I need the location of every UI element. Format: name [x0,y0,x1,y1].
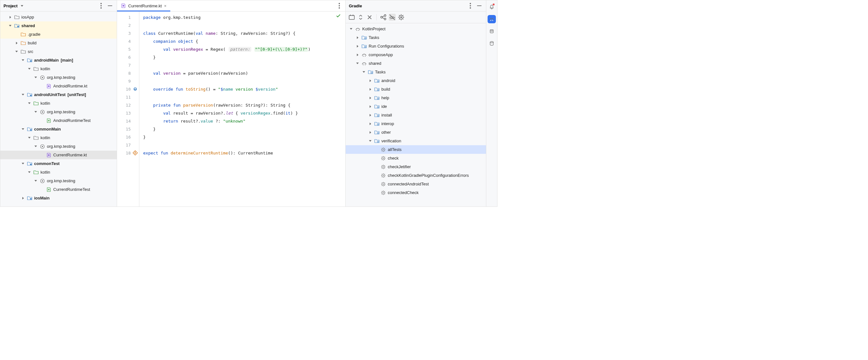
collapse-icon[interactable] [27,171,32,173]
reload-projects-button[interactable] [348,14,355,21]
tree-item[interactable]: kotlin [0,99,117,108]
tree-item[interactable]: iosApp [0,13,117,21]
tree-item[interactable]: other [346,128,486,137]
gradle-tree[interactable]: KotlinProjectTasksRun Configurationscomp… [346,23,486,206]
collapse-icon[interactable] [27,137,32,139]
editor-gutter[interactable]: 123456789101112131415161718 [117,11,140,206]
tree-item[interactable]: verification [346,137,486,145]
code-line[interactable]: companion object { [143,37,345,45]
expand-icon[interactable] [8,16,12,19]
actual-gutter-icon[interactable] [133,150,138,156]
notifications-button[interactable] [488,3,496,11]
expand-icon[interactable] [368,131,372,134]
code-line[interactable] [143,93,345,101]
collapse-icon[interactable] [21,94,25,95]
code-line[interactable] [143,77,345,85]
tree-item[interactable]: allTests [346,145,486,154]
gutter-line[interactable]: 5 [117,45,139,53]
gutter-line[interactable]: 17 [117,141,139,149]
gutter-line[interactable]: 6 [117,53,139,61]
project-tree[interactable]: iosAppshared.gradlebuildsrcandroidMain [… [0,11,117,206]
gutter-line[interactable]: 10 [117,85,139,93]
tree-item[interactable]: build [0,38,117,47]
tree-item[interactable]: shared [346,59,486,68]
tree-item[interactable]: checkJetifier [346,162,486,171]
code-line[interactable]: val versionRegex = Regex( pattern: "^[0-… [143,45,345,53]
gradle-settings-button[interactable] [398,14,405,21]
tree-item[interactable]: androidUnitTest [unitTest] [0,90,117,99]
editor-code[interactable]: package org.kmp.testingclass CurrentRunt… [140,11,345,206]
ai-assistant-stripe-button[interactable] [488,27,496,35]
collapse-icon[interactable] [362,71,366,73]
tree-item[interactable]: commonMain [0,125,117,133]
override-gutter-icon[interactable] [133,86,138,91]
tree-item[interactable]: check [346,154,486,162]
code-line[interactable]: override fun toString() = "$name version… [143,85,345,93]
collapse-icon[interactable] [33,145,38,147]
gutter-line[interactable]: 13 [117,109,139,117]
tree-item[interactable]: KotlinProject [346,25,486,33]
gutter-line[interactable]: 7 [117,61,139,69]
chevron-down-icon[interactable] [20,3,25,8]
tree-item[interactable]: kotlin [0,168,117,176]
expand-icon[interactable] [355,54,360,56]
expand-icon[interactable] [368,80,372,82]
tree-item[interactable]: connectedCheck [346,188,486,197]
gutter-line[interactable]: 9 [117,77,139,85]
code-line[interactable] [143,61,345,69]
expand-icon[interactable] [368,105,372,108]
tree-item[interactable]: commonTest [0,159,117,168]
gutter-line[interactable]: 18 [117,149,139,157]
tree-item[interactable]: composeApp [346,50,486,59]
tree-item[interactable]: AndroidRuntime.kt [0,82,117,90]
editor-tab[interactable]: CurrentRuntime.kt × [117,0,170,11]
collapse-icon[interactable] [21,59,25,61]
tree-item[interactable]: kotlin [0,133,117,142]
collapse-icon[interactable] [8,25,12,27]
collapse-icon[interactable] [33,77,38,78]
hide-panel-button[interactable] [106,2,114,9]
code-line[interactable]: val version = parseVersion(rawVersion) [143,69,345,77]
database-stripe-button[interactable] [488,39,496,48]
gutter-line[interactable]: 14 [117,117,139,125]
gutter-line[interactable]: 11 [117,93,139,101]
expand-icon[interactable] [368,122,372,125]
code-line[interactable]: val result = rawVersion?.let { versionRe… [143,109,345,117]
tree-item[interactable]: Run Configurations [346,42,486,50]
code-line[interactable]: } [143,53,345,61]
cancel-build-button[interactable] [366,14,373,21]
tree-item[interactable]: Tasks [346,33,486,42]
tree-item[interactable]: kotlin [0,64,117,73]
expand-collapse-button[interactable] [357,14,364,21]
gutter-line[interactable]: 12 [117,101,139,109]
expand-icon[interactable] [355,45,360,48]
inspection-ok-icon[interactable] [336,13,341,20]
tree-item[interactable]: ide [346,102,486,111]
collapse-icon[interactable] [27,68,32,70]
toggle-offline-button[interactable] [389,14,396,21]
collapse-icon[interactable] [349,28,353,30]
tree-item[interactable]: CurrentRuntime.kt [0,150,117,159]
expand-icon[interactable] [14,42,19,44]
hide-gradle-button[interactable] [476,2,483,9]
tree-item[interactable]: help [346,93,486,102]
expand-icon[interactable] [368,114,372,116]
gutter-line[interactable]: 4 [117,37,139,45]
code-line[interactable]: package org.kmp.testing [143,13,345,21]
code-line[interactable] [143,21,345,29]
tree-item[interactable]: install [346,111,486,119]
collapse-icon[interactable] [368,140,372,142]
collapse-icon[interactable] [21,128,25,130]
collapse-icon[interactable] [33,111,38,113]
collapse-icon[interactable] [27,103,32,104]
tree-item[interactable]: src [0,47,117,56]
gradle-stripe-button[interactable] [488,15,496,23]
code-line[interactable] [143,141,345,149]
tree-item[interactable]: android [346,76,486,85]
code-line[interactable]: return result?.value ?: "unknown" [143,117,345,125]
tree-item[interactable]: build [346,85,486,93]
gutter-line[interactable]: 8 [117,69,139,77]
tree-item[interactable]: interop [346,119,486,128]
tree-item[interactable]: org.kmp.testing [0,108,117,116]
expand-icon[interactable] [355,36,360,39]
